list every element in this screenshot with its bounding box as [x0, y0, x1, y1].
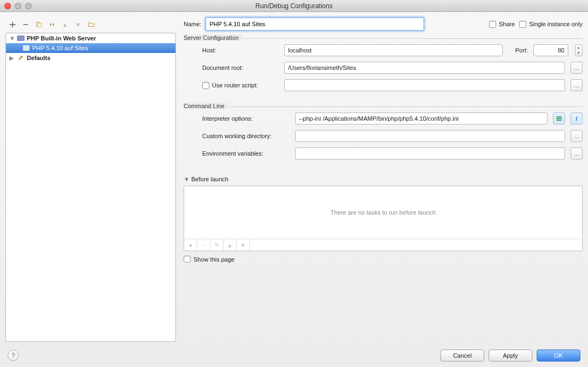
tree-node-php-server[interactable]: ▼ PHP Built-in Web Server: [6, 33, 175, 43]
move-task-up-button[interactable]: ▲: [224, 239, 237, 251]
browse-docroot-button[interactable]: …: [571, 62, 583, 74]
chevron-down-icon[interactable]: ▼: [9, 35, 15, 42]
cwd-input[interactable]: [295, 130, 565, 142]
browse-router-button[interactable]: …: [571, 79, 583, 91]
docroot-label: Document root:: [202, 64, 279, 71]
tree-node-label: PHP Built-in Web Server: [27, 35, 96, 42]
docroot-input[interactable]: [284, 62, 565, 74]
env-input[interactable]: [295, 147, 565, 159]
add-task-button[interactable]: +: [184, 239, 197, 251]
tree-node-label: PHP 5.4.10 auf Sites: [32, 45, 88, 51]
before-launch-empty-text: There are no tasks to run before launch: [184, 186, 582, 239]
port-stepper[interactable]: ▴▾: [575, 44, 583, 56]
ok-button[interactable]: OK: [537, 350, 580, 362]
php-file-icon: [22, 45, 30, 51]
svg-rect-8: [556, 120, 562, 121]
minimize-window-icon[interactable]: [15, 3, 21, 9]
chevron-right-icon[interactable]: ▶: [9, 55, 15, 62]
config-tree[interactable]: ▼ PHP Built-in Web Server PHP 5.4.10 auf…: [5, 33, 176, 342]
chevron-down-icon[interactable]: ▼: [184, 176, 189, 182]
host-input[interactable]: [284, 44, 503, 56]
svg-rect-4: [17, 35, 25, 41]
before-launch-list[interactable]: There are no tasks to run before launch …: [184, 186, 583, 251]
close-window-icon[interactable]: [4, 3, 11, 9]
router-script-input[interactable]: [284, 79, 565, 91]
svg-rect-7: [556, 118, 562, 119]
single-instance-checkbox[interactable]: Single instance only: [519, 21, 583, 28]
copy-config-button[interactable]: [34, 20, 44, 29]
config-toolbar: ▲ ▼: [5, 17, 176, 32]
php-icon: [17, 35, 25, 42]
name-label: Name:: [184, 21, 201, 27]
add-config-button[interactable]: [8, 20, 17, 29]
edit-task-button[interactable]: ✎: [210, 239, 224, 251]
name-input[interactable]: [205, 17, 424, 31]
tree-node-config-selected[interactable]: PHP 5.4.10 auf Sites: [6, 43, 175, 53]
info-icon[interactable]: i: [571, 113, 583, 125]
zoom-window-icon[interactable]: [25, 3, 32, 9]
host-label: Host:: [202, 47, 279, 54]
before-launch-label: Before launch: [191, 176, 228, 182]
tree-node-defaults[interactable]: ▶ Defaults: [6, 53, 175, 63]
help-button[interactable]: ?: [8, 350, 19, 361]
section-server-label: Server Configuration: [184, 34, 242, 41]
tree-node-label: Defaults: [27, 55, 50, 61]
wrench-icon: [17, 55, 25, 61]
port-label: Port:: [515, 47, 528, 54]
move-down-icon[interactable]: ▼: [73, 20, 83, 29]
move-up-icon[interactable]: ▲: [60, 20, 70, 29]
env-label: Environment variables:: [202, 150, 290, 157]
folder-icon[interactable]: [86, 20, 96, 29]
show-this-page-checkbox[interactable]: Show this page: [184, 256, 583, 263]
cwd-label: Custom working directory:: [202, 133, 290, 139]
cancel-button[interactable]: Cancel: [440, 350, 484, 362]
apply-button[interactable]: Apply: [489, 350, 532, 362]
svg-rect-1: [38, 23, 41, 27]
browse-cwd-button[interactable]: …: [571, 130, 583, 142]
section-cmd-label: Command Line: [184, 103, 228, 109]
settings-icon[interactable]: [47, 20, 57, 29]
share-checkbox[interactable]: Share: [489, 21, 515, 28]
port-input[interactable]: [533, 44, 568, 56]
interp-input[interactable]: [295, 113, 548, 125]
expand-input-button[interactable]: [553, 113, 565, 125]
move-task-down-button[interactable]: ▼: [237, 239, 250, 251]
svg-rect-5: [23, 45, 30, 51]
svg-rect-6: [556, 116, 562, 117]
window-title: Run/Debug Configurations: [4, 2, 584, 10]
remove-task-button[interactable]: −: [197, 239, 210, 251]
router-script-checkbox[interactable]: Use router script:: [202, 82, 279, 89]
browse-env-button[interactable]: …: [571, 147, 583, 159]
remove-config-button[interactable]: [21, 20, 31, 29]
interp-label: Interpreter options:: [202, 115, 290, 122]
titlebar: Run/Debug Configurations: [0, 0, 588, 12]
